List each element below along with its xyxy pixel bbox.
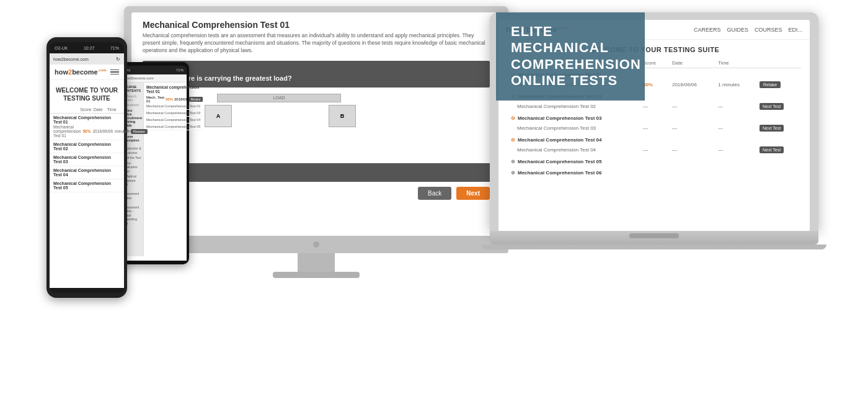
test-group-name: ⊕Mechanical Comprehension Test 06 xyxy=(507,166,801,177)
table-row: Mechanical Comprehension Test 02 — — — N… xyxy=(507,101,801,112)
detail-date: — xyxy=(668,101,714,112)
box-b: B xyxy=(329,105,356,127)
detail-date: 2018/06/06 xyxy=(668,79,714,90)
score-value: — xyxy=(643,147,648,153)
load-bar: LOAD xyxy=(217,94,341,102)
phone2-battery: 71% xyxy=(176,68,184,72)
table-row: ⊖Mechanical Comprehension Test 04 xyxy=(507,133,801,145)
detail-action: Next Test xyxy=(756,123,801,133)
phone-outer: O2-UK 10:27 71% how2become.com ↻ how2bec… xyxy=(46,37,127,298)
phone-time: 10:27 xyxy=(84,46,95,50)
phone2-nav: how2become.com xyxy=(120,74,187,83)
phone2-retake-btn[interactable]: Retake xyxy=(189,97,203,102)
phone2-status-bar: 9:41 71% xyxy=(120,66,187,74)
phone-row-5: Mechanical Comprehension Test 05 xyxy=(50,179,124,192)
laptop-base xyxy=(490,231,818,244)
box-a: A xyxy=(205,105,232,127)
phone-row-1: Mechanical Comprehension Test 01 Mechani… xyxy=(50,114,124,140)
action-button[interactable]: Next Test xyxy=(760,146,784,153)
phone-col-score: Score xyxy=(80,107,94,112)
action-button[interactable]: Next Test xyxy=(760,125,784,132)
detail-score: — xyxy=(639,123,668,133)
nav-guides[interactable]: GUIDES xyxy=(727,27,748,33)
phone-welcome: WELCOME TO YOURTESTING SUITE xyxy=(50,80,124,106)
phone-battery: 71% xyxy=(110,46,119,50)
phone-logo: how2become.com xyxy=(55,68,107,76)
overlay-line3: ONLINE TESTS xyxy=(511,73,618,88)
phone-status-bar: O2-UK 10:27 71% xyxy=(50,42,124,53)
detail-name: Mechanical Comprehension Test 04 xyxy=(507,145,639,155)
action-button[interactable]: Next Test xyxy=(760,103,784,110)
detail-action: Retake xyxy=(756,79,801,90)
detail-name: Mechanical Comprehension Test 02 xyxy=(507,101,639,112)
score-value: — xyxy=(643,104,648,109)
phone-row-4: Mechanical Comprehension Test 04 xyxy=(50,166,124,179)
monitor-foot xyxy=(273,272,360,278)
phone-url-bar[interactable]: how2become.com ↻ xyxy=(50,53,124,65)
detail-date: — xyxy=(668,145,714,155)
hamburger-menu-icon[interactable] xyxy=(110,70,119,75)
monitor-test-desc: Mechanical comprehension tests are an as… xyxy=(131,32,501,61)
phone2-url: how2become.com xyxy=(123,76,154,80)
phone-url: how2become.com xyxy=(53,57,89,61)
phone-col-test xyxy=(53,107,80,112)
monitor-stand xyxy=(298,253,335,272)
detail-time: — xyxy=(714,101,756,112)
detail-action: Next Test xyxy=(756,101,801,112)
table-row: ⊖Mechanical Comprehension Test 03 xyxy=(507,112,801,123)
plus-circle-icon[interactable]: ⊕ xyxy=(511,159,515,164)
phone2-device: 9:41 71% how2become.com COURSE CONTENTS … xyxy=(118,62,189,264)
overlay-line1: ELITE MECHANICAL xyxy=(511,24,609,55)
detail-time: 1 minutes xyxy=(714,79,756,90)
next-button[interactable]: Next xyxy=(456,187,490,200)
monitor-power-dot xyxy=(313,241,319,248)
detail-date: — xyxy=(668,123,714,133)
detail-score: — xyxy=(639,145,668,155)
overlay-line2: COMPREHENSION xyxy=(511,56,641,72)
detail-time: — xyxy=(714,145,756,155)
col-action xyxy=(756,58,801,68)
score-value: — xyxy=(643,125,648,131)
table-row: ⊕Mechanical Comprehension Test 06 xyxy=(507,166,801,177)
laptop-foot xyxy=(482,244,827,249)
laptop-nav-links: CAREERS GUIDES COURSES EDI... xyxy=(694,27,802,33)
phone-row-3: Mechanical Comprehension Test 03 xyxy=(50,153,124,166)
phone-bottom xyxy=(50,288,124,293)
phone-col-date: Date xyxy=(94,107,107,112)
col-date: Date xyxy=(668,58,714,68)
detail-name: Mechanical Comprehension Test 03 xyxy=(507,123,639,133)
table-row: Mechanical Comprehension Test 03 — — — N… xyxy=(507,123,801,133)
nav-careers[interactable]: CAREERS xyxy=(694,27,721,33)
monitor-test-title: Mechanical Comprehension Test 01 xyxy=(131,12,501,32)
test-group-name: ⊖Mechanical Comprehension Test 04 xyxy=(507,133,801,145)
nav-edi[interactable]: EDI... xyxy=(788,27,802,33)
phone-refresh-icon[interactable]: ↻ xyxy=(116,56,120,62)
phone-retake-btn[interactable]: Retake xyxy=(131,129,148,134)
test-group-name: ⊖Mechanical Comprehension Test 03 xyxy=(507,112,801,123)
monitor-question-text: Which square is carrying the greatest lo… xyxy=(150,74,482,83)
detail-score: — xyxy=(639,101,668,112)
phone2-sidebar: COURSE CONTENTS 🔍 Search Section 1 Enrol… xyxy=(120,83,187,256)
overlay-banner-text: ELITE MECHANICAL COMPREHENSION ONLINE TE… xyxy=(511,24,630,89)
plus-circle-icon[interactable]: ⊕ xyxy=(511,170,515,176)
phone2-outer: 9:41 71% how2become.com COURSE CONTENTS … xyxy=(118,62,189,264)
phone-carrier: O2-UK xyxy=(55,46,68,50)
col-time: Time xyxy=(714,58,756,68)
nav-courses[interactable]: COURSES xyxy=(755,27,782,33)
phone-logo-bar: how2become.com xyxy=(50,65,124,80)
phone2-main-content: Mechanical comprehension Test 01 Mech..T… xyxy=(144,83,205,256)
phone-device: O2-UK 10:27 71% how2become.com ↻ how2bec… xyxy=(46,37,127,298)
monitor-question-label: Question 2/20 xyxy=(150,66,482,71)
test-group-name: ⊕Mechanical Comprehension Test 05 xyxy=(507,155,801,166)
table-row: ⊕Mechanical Comprehension Test 05 xyxy=(507,155,801,166)
phone2-content: how2become.com COURSE CONTENTS 🔍 Search … xyxy=(120,74,187,261)
back-button[interactable]: Back xyxy=(418,187,451,200)
phone-row-2: Mechanical Comprehension Test 02 xyxy=(50,140,124,153)
detail-action: Next Test xyxy=(756,145,801,155)
minus-circle-icon[interactable]: ⊖ xyxy=(511,137,515,143)
phone-table-header: Score Date Time xyxy=(50,106,124,114)
overlay-banner: ELITE MECHANICAL COMPREHENSION ONLINE TE… xyxy=(496,12,645,101)
table-row: Mechanical Comprehension Test 04 — — — N… xyxy=(507,145,801,155)
minus-circle-icon[interactable]: ⊖ xyxy=(511,115,515,121)
action-button[interactable]: Retake xyxy=(760,81,781,88)
